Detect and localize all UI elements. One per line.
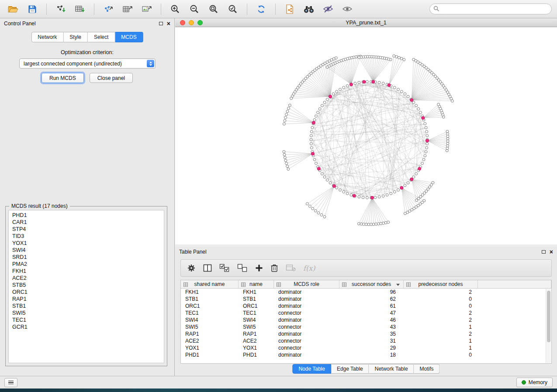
export-table-button[interactable] (120, 2, 135, 17)
tab-node-table[interactable]: Node Table (292, 364, 331, 374)
mcds-result-item[interactable]: PMA2 (9, 261, 164, 268)
import-table-button[interactable] (72, 2, 88, 17)
import-network-button[interactable] (53, 2, 69, 17)
toolbar-separator (161, 3, 161, 15)
tab-edge-table[interactable]: Edge Table (331, 364, 369, 374)
close-panel-icon[interactable]: × (550, 249, 553, 255)
mcds-result-item[interactable]: CAR1 (9, 219, 164, 226)
float-panel-icon[interactable] (159, 22, 163, 25)
close-panel-button[interactable]: Close panel (90, 73, 133, 83)
mcds-result-item[interactable]: STP4 (9, 226, 164, 233)
table-row[interactable]: SWI4SWI4dominator462 (181, 316, 551, 323)
mcds-result-item[interactable]: RAP1 (9, 296, 164, 303)
mcds-result-item[interactable]: SRD1 (9, 254, 164, 261)
tab-mcds[interactable]: MCDS (115, 32, 143, 42)
network-canvas-container (175, 28, 557, 244)
table-cell: dominator (274, 296, 339, 302)
table-settings-button[interactable] (187, 264, 196, 272)
control-panel-tabs: Network Style Select MCDS (31, 32, 143, 42)
tab-network-table[interactable]: Network Table (369, 364, 414, 374)
float-panel-icon[interactable] (542, 250, 546, 254)
zoom-out-button[interactable] (187, 2, 202, 17)
eye-slash-icon (323, 5, 333, 13)
tab-select[interactable]: Select (88, 32, 115, 42)
mcds-result-item[interactable]: ACE2 (9, 275, 164, 282)
clone-network-button[interactable] (282, 2, 298, 17)
binoculars-icon (303, 5, 315, 14)
create-column-button[interactable] (255, 264, 263, 272)
scrollbar-thumb[interactable] (547, 291, 550, 342)
network-graph-canvas[interactable] (175, 28, 557, 244)
export-network-button[interactable] (100, 2, 116, 17)
table-row[interactable]: YOX1YOX1connector291 (181, 344, 551, 351)
mcds-result-item[interactable]: PHD1 (9, 212, 164, 219)
table-row[interactable]: PHD1PHD1dominator180 (181, 351, 551, 358)
select-all-columns-button[interactable] (219, 264, 230, 272)
minimize-window-icon[interactable] (189, 20, 194, 25)
open-file-button[interactable] (5, 2, 21, 17)
hide-details-button[interactable] (320, 2, 336, 17)
run-mcds-button[interactable]: Run MCDS (42, 73, 84, 83)
memory-button[interactable]: Memory (516, 378, 553, 387)
table-row[interactable]: ACE2ACE2connector311 (181, 337, 551, 344)
table-panel-tabs: Node Table Edge Table Network Table Moti… (292, 364, 439, 374)
tab-motifs[interactable]: Motifs (414, 364, 440, 374)
table-cell: 2 (404, 331, 478, 337)
table-row[interactable]: SWI5SWI5connector431 (181, 323, 551, 330)
column-header-shared-name[interactable]: shared name (181, 280, 239, 288)
refresh-button[interactable] (253, 2, 269, 17)
column-header-successor-nodes[interactable]: successor nodes (339, 280, 404, 288)
chevron-down-icon[interactable] (396, 284, 400, 286)
optimization-criterion-label: Optimization criterion: (0, 49, 174, 55)
network-window-titlebar[interactable]: YPA_prune.txt_1 (175, 18, 557, 27)
close-panel-icon[interactable]: × (167, 21, 170, 27)
deselect-all-columns-button[interactable] (237, 264, 248, 272)
unchecked-boxes-icon (237, 264, 248, 272)
mcds-result-item[interactable]: GCR1 (9, 323, 164, 330)
import-table-icon (75, 5, 85, 14)
table-cell: ORC1 (181, 303, 239, 309)
mcds-result-item[interactable]: TEC1 (9, 316, 164, 323)
table-row[interactable]: RAP1RAP1dominator352 (181, 330, 551, 337)
mcds-result-list[interactable]: PHD1CAR1STP4TID3YOX1SWI4SRD1PMA2FKH1ACE2… (8, 210, 164, 363)
mcds-result-item[interactable]: SWI4 (9, 247, 164, 254)
mcds-result-item[interactable]: FKH1 (9, 268, 164, 275)
tab-network[interactable]: Network (31, 32, 63, 42)
search-input[interactable] (429, 3, 552, 14)
close-window-icon[interactable] (180, 20, 185, 25)
task-history-button[interactable] (4, 378, 17, 387)
save-session-button[interactable] (24, 2, 40, 17)
clear-table-button-disabled (286, 264, 296, 272)
mcds-result-item[interactable]: YOX1 (9, 240, 164, 247)
table-row[interactable]: TEC1TEC1connector472 (181, 309, 551, 316)
table-cell: FKH1 (239, 289, 274, 295)
find-button[interactable] (301, 2, 317, 17)
table-cell: RAP1 (181, 331, 239, 337)
table-row[interactable]: ORC1ORC1dominator610 (181, 303, 551, 309)
mcds-result-item[interactable]: STB1 (9, 303, 164, 309)
column-header-mcds-role[interactable]: MCDS role (274, 280, 339, 288)
export-image-button[interactable] (139, 2, 155, 17)
mcds-result-item[interactable]: ORC1 (9, 289, 164, 296)
zoom-selected-button[interactable] (225, 2, 241, 17)
show-details-button[interactable] (339, 2, 355, 17)
delete-column-button[interactable] (270, 264, 278, 272)
column-header-label: MCDS role (294, 281, 319, 287)
show-columns-button[interactable] (203, 264, 212, 272)
mcds-result-item[interactable]: SWI5 (9, 309, 164, 316)
zoom-in-button[interactable] (167, 2, 183, 17)
column-header-label: shared name (194, 281, 225, 287)
column-header-name[interactable]: name (239, 280, 274, 288)
table-row[interactable]: FKH1FKH1dominator962 (181, 289, 551, 296)
zoom-fit-button[interactable] (206, 2, 221, 17)
maximize-window-icon[interactable] (197, 20, 203, 25)
table-cell: 1 (404, 345, 478, 351)
column-header-predecessor-nodes[interactable]: predecessor nodes (404, 280, 478, 288)
table-row[interactable]: STB1STB1dominator620 (181, 296, 551, 303)
tab-style[interactable]: Style (63, 32, 88, 42)
column-grid-icon (241, 282, 246, 288)
mcds-result-item[interactable]: STB5 (9, 282, 164, 289)
mcds-result-item[interactable]: TID3 (9, 233, 164, 240)
table-scrollbar[interactable] (546, 289, 551, 363)
criterion-dropdown[interactable]: largest connected component (undirected) (19, 58, 156, 69)
